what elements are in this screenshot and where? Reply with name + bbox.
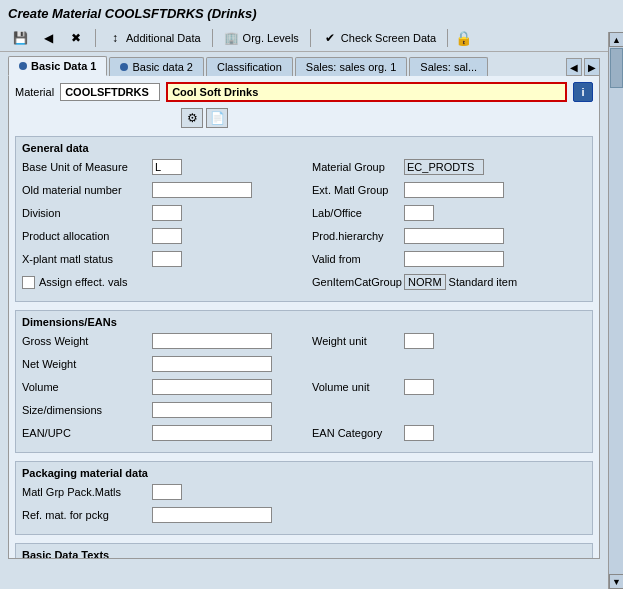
- division-row: Division: [22, 203, 304, 223]
- tabs-nav: ◀ ▶: [566, 58, 600, 76]
- tab-next-button[interactable]: ▶: [584, 58, 600, 76]
- back-icon: ◀: [40, 30, 56, 46]
- volume-label: Volume: [22, 381, 152, 393]
- valid-from-input[interactable]: [404, 251, 504, 267]
- general-row-2: Old material number Ext. Matl Group: [22, 180, 586, 203]
- weight-unit-label: Weight unit: [304, 335, 404, 347]
- old-material-input[interactable]: [152, 182, 252, 198]
- size-row: Size/dimensions: [22, 400, 586, 420]
- volume-unit-input[interactable]: [404, 379, 434, 395]
- tab-dot-1: [19, 62, 27, 70]
- dim-row-1: Gross Weight Weight unit: [22, 331, 586, 354]
- basic-data-texts-section: Basic Data Texts: [15, 543, 593, 559]
- old-material-label: Old material number: [22, 184, 152, 196]
- org-levels-label: Org. Levels: [243, 32, 299, 44]
- general-row-4: Product allocation Prod.hierarchy: [22, 226, 586, 249]
- tab-basic-data-1[interactable]: Basic Data 1: [8, 56, 107, 76]
- gen-item-label: GenItemCatGroup: [304, 276, 404, 288]
- product-alloc-input[interactable]: [152, 228, 182, 244]
- info-button[interactable]: i: [573, 82, 593, 102]
- ext-matl-label: Ext. Matl Group: [304, 184, 404, 196]
- ean-label: EAN/UPC: [22, 427, 152, 439]
- lab-office-input[interactable]: [404, 205, 434, 221]
- general-row-3: Division Lab/Office: [22, 203, 586, 226]
- product-alloc-label: Product allocation: [22, 230, 152, 242]
- matl-grp-label: Matl Grp Pack.Matls: [22, 486, 152, 498]
- dim-col-left-1: Gross Weight: [22, 331, 304, 354]
- prod-hierarchy-row: Prod.hierarchy: [304, 226, 586, 246]
- material-name-input[interactable]: [166, 82, 567, 102]
- matl-grp-input[interactable]: [152, 484, 182, 500]
- ref-mat-label: Ref. mat. for pckg: [22, 509, 152, 521]
- old-material-row: Old material number: [22, 180, 304, 200]
- packaging-title: Packaging material data: [16, 464, 592, 482]
- gen-item-row: GenItemCatGroup NORM Standard item: [304, 272, 586, 292]
- prod-hierarchy-input[interactable]: [404, 228, 504, 244]
- save-icon: 💾: [12, 30, 28, 46]
- valid-from-row: Valid from: [304, 249, 586, 269]
- save-button[interactable]: 💾: [8, 28, 32, 48]
- tab-sales-org[interactable]: Sales: sales org. 1: [295, 57, 408, 76]
- properties-button[interactable]: ⚙: [181, 108, 203, 128]
- assign-checkbox[interactable]: [22, 276, 35, 289]
- col-right-6: GenItemCatGroup NORM Standard item: [304, 272, 586, 295]
- tab-sales-sal[interactable]: Sales: sal...: [409, 57, 488, 76]
- scroll-thumb[interactable]: [610, 48, 623, 88]
- page-title: Create Material COOLSFTDRKS (Drinks): [0, 0, 608, 25]
- size-input[interactable]: [152, 402, 272, 418]
- org-levels-icon: 🏢: [224, 30, 240, 46]
- material-group-value: EC_PRODTS: [404, 159, 484, 175]
- additional-data-button[interactable]: ↕ Additional Data: [103, 28, 205, 48]
- matl-grp-row: Matl Grp Pack.Matls: [22, 482, 586, 502]
- base-unit-input[interactable]: [152, 159, 182, 175]
- tab-classification[interactable]: Classification: [206, 57, 293, 76]
- col-left-6: Assign effect. vals: [22, 272, 304, 295]
- ext-matl-row: Ext. Matl Group: [304, 180, 586, 200]
- ean-input[interactable]: [152, 425, 272, 441]
- net-weight-input[interactable]: [152, 356, 272, 372]
- back-button[interactable]: ◀: [36, 28, 60, 48]
- scroll-up-button[interactable]: ▲: [609, 32, 623, 47]
- xplant-input[interactable]: [152, 251, 182, 267]
- general-row-1: Base Unit of Measure Material Group EC_P…: [22, 157, 586, 180]
- lab-office-row: Lab/Office: [304, 203, 586, 223]
- tabs-bar: Basic Data 1 Basic data 2 Classification…: [0, 52, 608, 76]
- exit-button[interactable]: ✖: [64, 28, 88, 48]
- dimensions-title: Dimensions/EANs: [16, 313, 592, 331]
- tab-label-2: Basic data 2: [132, 61, 193, 73]
- division-label: Division: [22, 207, 152, 219]
- assign-row: Assign effect. vals: [22, 272, 304, 292]
- tab-prev-button[interactable]: ◀: [566, 58, 582, 76]
- ref-mat-row: Ref. mat. for pckg: [22, 505, 586, 525]
- exit-icon: ✖: [68, 30, 84, 46]
- volume-input[interactable]: [152, 379, 272, 395]
- packaging-body: Matl Grp Pack.Matls Ref. mat. for pckg: [16, 482, 592, 525]
- division-input[interactable]: [152, 205, 182, 221]
- standard-item-label: Standard item: [449, 276, 517, 288]
- dim-row-5: EAN/UPC EAN Category: [22, 423, 586, 446]
- gross-weight-input[interactable]: [152, 333, 272, 349]
- net-weight-label: Net Weight: [22, 358, 152, 370]
- material-group-label: Material Group: [304, 161, 404, 173]
- ref-mat-input[interactable]: [152, 507, 272, 523]
- weight-unit-input[interactable]: [404, 333, 434, 349]
- general-row-5: X-plant matl status Valid from: [22, 249, 586, 272]
- general-row-6: Assign effect. vals GenItemCatGroup NORM…: [22, 272, 586, 295]
- col-right-5: Valid from: [304, 249, 586, 272]
- ext-matl-input[interactable]: [404, 182, 504, 198]
- tab-label-4: Sales: sales org. 1: [306, 61, 397, 73]
- tab-basic-data-2[interactable]: Basic data 2: [109, 57, 204, 76]
- col-right-3: Lab/Office: [304, 203, 586, 226]
- tab-label-3: Classification: [217, 61, 282, 73]
- org-levels-button[interactable]: 🏢 Org. Levels: [220, 28, 303, 48]
- check-screen-button[interactable]: ✔ Check Screen Data: [318, 28, 440, 48]
- dim-row-3: Volume Volume unit: [22, 377, 586, 400]
- col-right-2: Ext. Matl Group: [304, 180, 586, 203]
- base-unit-label: Base Unit of Measure: [22, 161, 152, 173]
- scrollbar: ▲ ▼: [608, 32, 623, 589]
- icon-btns-row: ⚙ 📄: [15, 108, 593, 128]
- scroll-down-button[interactable]: ▼: [609, 574, 623, 589]
- doc-button[interactable]: 📄: [206, 108, 228, 128]
- ean-category-input[interactable]: [404, 425, 434, 441]
- dimensions-body: Gross Weight Weight unit Net We: [16, 331, 592, 446]
